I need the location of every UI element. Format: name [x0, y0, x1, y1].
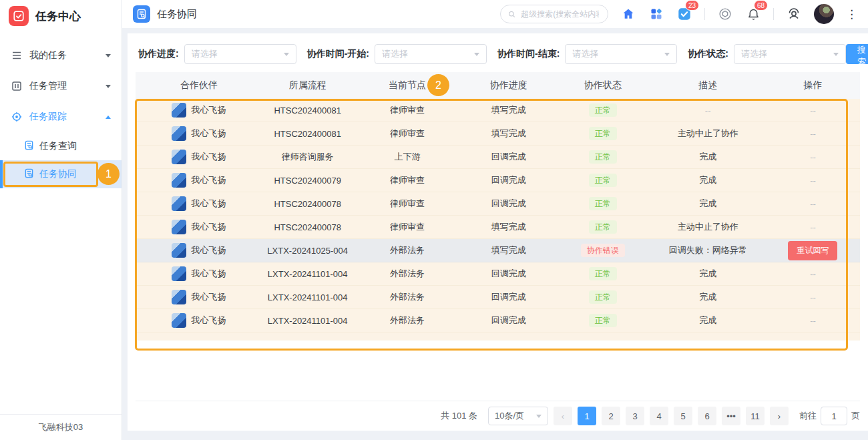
- page-button[interactable]: 1: [578, 407, 596, 425]
- partner-cell: 我心飞扬: [136, 220, 262, 234]
- company-name: 飞融科技03: [0, 414, 122, 440]
- total-count: 共 101 条: [441, 410, 477, 422]
- partner-name: 我心飞扬: [191, 198, 226, 210]
- todo-check-icon[interactable]: 23: [676, 5, 692, 23]
- description-cell: 完成: [650, 314, 766, 326]
- filter-placeholder: 请选择: [741, 48, 767, 60]
- page-button[interactable]: 11: [746, 407, 765, 425]
- node-cell: 外部法务: [353, 291, 462, 303]
- partner-name: 我心飞扬: [191, 151, 226, 163]
- prev-page-button[interactable]: ‹: [554, 407, 572, 425]
- page-button[interactable]: 3: [626, 407, 644, 425]
- table-row: 我心飞扬LXTX-20241025-004外部法务填写完成协作错误回调失败：网络…: [136, 239, 860, 262]
- sidebar-item[interactable]: 任务跟踪: [0, 101, 122, 132]
- chevron-down-icon: [664, 53, 670, 56]
- status-cell: 正常: [556, 314, 650, 327]
- table-header-row: 合作伙伴所属流程当前节点协作进度协作状态描述操作: [136, 72, 860, 99]
- partner-cell: 我心飞扬: [136, 313, 262, 328]
- description-cell: 主动中止了协作: [650, 221, 766, 233]
- status-cell: 正常: [556, 220, 650, 234]
- action-cell: --: [766, 292, 860, 302]
- pagination: 共 101 条 10条/页 ‹ 123456•••11 › 前往 页: [136, 401, 860, 431]
- customer-service-icon[interactable]: [786, 5, 802, 23]
- filter-label: 协作状态:: [688, 48, 728, 60]
- sidebar-item[interactable]: 我的任务: [0, 40, 122, 71]
- user-avatar[interactable]: [814, 4, 834, 24]
- retry-writeback-button[interactable]: 重试回写: [788, 241, 837, 260]
- search-button[interactable]: 搜索: [846, 44, 868, 64]
- page-button[interactable]: 5: [674, 407, 692, 425]
- goto-page-input[interactable]: [821, 407, 847, 425]
- caret-down-icon: [105, 54, 111, 57]
- process-cell: LXTX-20241101-004: [262, 316, 353, 326]
- table-row: 我心飞扬HTSC202400079律师审查回调完成正常完成--: [136, 169, 860, 192]
- filter-select[interactable]: 请选择: [375, 44, 487, 64]
- global-search-input[interactable]: [519, 9, 600, 19]
- partner-cell: 我心飞扬: [136, 103, 262, 118]
- bell-icon[interactable]: 68: [745, 5, 761, 23]
- divider: [704, 8, 705, 20]
- action-cell: --: [766, 105, 860, 116]
- page-doc-search-icon: [133, 5, 150, 23]
- progress-cell: 填写完成: [461, 244, 556, 256]
- chevron-down-icon: [474, 53, 479, 56]
- action-placeholder: --: [810, 152, 816, 162]
- node-cell: 外部法务: [353, 314, 462, 326]
- next-page-button[interactable]: ›: [770, 407, 789, 425]
- filter-groups: 协作进度:请选择协作时间-开始:请选择协作时间-结束:请选择协作状态:请选择: [138, 44, 846, 64]
- partner-avatar: [172, 103, 186, 118]
- sidebar-subitem[interactable]: 任务协同1: [0, 160, 122, 188]
- filter-select[interactable]: 请选择: [734, 44, 846, 64]
- partner-avatar: [172, 150, 186, 164]
- partner-avatar: [172, 173, 186, 188]
- page-button[interactable]: 2: [602, 407, 620, 425]
- action-cell: --: [766, 222, 860, 232]
- sidebar-item[interactable]: 任务管理: [0, 71, 122, 101]
- partner-name: 我心飞扬: [191, 174, 226, 186]
- filter-select[interactable]: 请选择: [565, 44, 677, 64]
- filter-select[interactable]: 请选择: [184, 44, 296, 64]
- node-cell: 上下游: [353, 151, 462, 163]
- page-button[interactable]: 6: [698, 407, 716, 425]
- chevron-down-icon: [536, 415, 541, 418]
- action-cell: --: [766, 316, 860, 326]
- table-body-padding: [136, 333, 860, 341]
- docsearch-icon: [24, 168, 34, 180]
- status-badge: 协作错误: [581, 244, 625, 257]
- sidebar: 任务中心 我的任务任务管理任务跟踪任务查询任务协同1 飞融科技03: [0, 0, 122, 440]
- table-row: 我心飞扬LXTX-20241101-004外部法务回调完成正常完成--: [136, 286, 860, 309]
- more-menu-icon[interactable]: ⋮: [846, 9, 857, 20]
- status-badge: 正常: [589, 267, 617, 280]
- page-size-select[interactable]: 10条/页: [488, 407, 548, 425]
- app-title: 任务中心: [35, 9, 81, 24]
- action-placeholder: --: [810, 292, 816, 302]
- global-search[interactable]: [500, 5, 608, 23]
- description-cell: 主动中止了协作: [650, 128, 766, 140]
- workbench-icon[interactable]: [717, 5, 733, 23]
- partner-avatar: [172, 290, 186, 304]
- status-badge: 正常: [589, 220, 617, 234]
- table-row: 我心飞扬LXTX-20241101-004外部法务回调完成正常完成--: [136, 262, 860, 286]
- home-icon[interactable]: [620, 5, 636, 23]
- partner-name: 我心飞扬: [191, 314, 226, 326]
- process-cell: HTSC202400079: [262, 176, 353, 186]
- partner-name: 我心飞扬: [191, 268, 226, 280]
- filter-placeholder: 请选择: [382, 48, 408, 60]
- filter-group: 协作进度:请选择: [138, 44, 296, 64]
- status-badge: 正常: [589, 150, 617, 164]
- sidebar-subitem[interactable]: 任务查询: [0, 132, 122, 160]
- apps-grid-icon[interactable]: [648, 5, 664, 23]
- page-button[interactable]: 4: [650, 407, 668, 425]
- partner-cell: 我心飞扬: [136, 126, 262, 141]
- action-cell: --: [766, 199, 860, 209]
- partner-avatar: [172, 243, 186, 258]
- chevron-down-icon: [284, 53, 289, 56]
- process-cell: HTSC202400081: [262, 129, 353, 139]
- annotation-step-2: 2: [427, 74, 449, 96]
- filter-label: 协作时间-开始:: [307, 48, 369, 60]
- progress-cell: 回调完成: [461, 151, 556, 163]
- description-cell: 完成: [650, 174, 766, 186]
- description-cell: 完成: [650, 268, 766, 280]
- filter-placeholder: 请选择: [192, 48, 218, 60]
- table-row: 我心飞扬HTSC202400078律师审查回调完成正常完成--: [136, 192, 860, 216]
